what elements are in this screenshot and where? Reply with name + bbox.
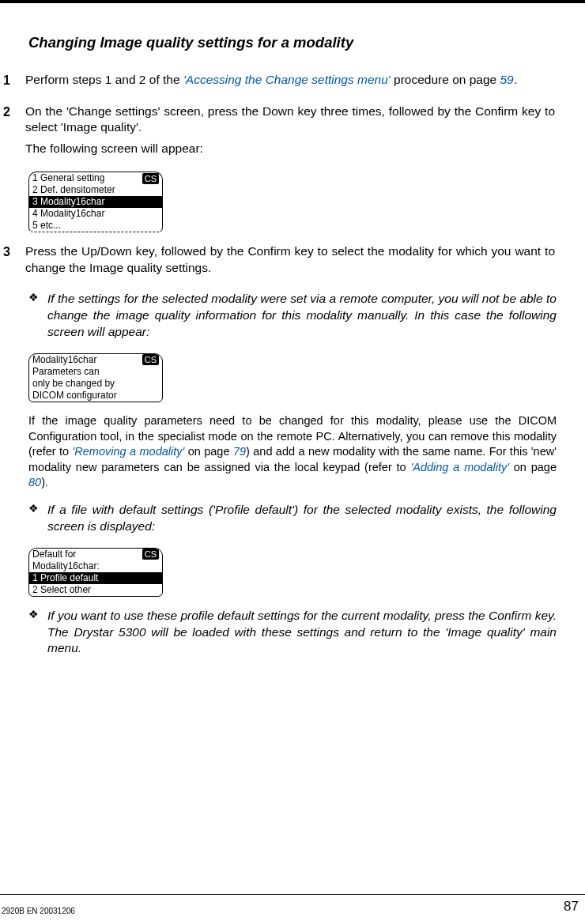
lcd-row: Parameters can [29, 366, 162, 378]
section-heading: Changing Image quality settings for a mo… [28, 33, 569, 53]
lcd-frame: CS 1 General setting 2 Def. densitometer… [28, 172, 163, 232]
text: on page [184, 445, 233, 458]
lcd-row: DICOM configurator [29, 390, 162, 402]
step-number: 3 [3, 243, 25, 277]
lcd-row-selected: 3 Modality16char [29, 196, 162, 208]
lcd-screen-1: CS 1 General setting 2 Def. densitometer… [28, 172, 163, 232]
note: ❖ If you want to use these profile defau… [28, 608, 557, 658]
note-text: If a file with default settings ('Profil… [47, 502, 557, 535]
lcd-text: 1 General setting [32, 172, 104, 183]
cs-badge: CS [142, 549, 159, 560]
note-text: If the settings for the selected modalit… [47, 291, 557, 341]
step-number: 2 [3, 104, 25, 158]
note-text: If you want to use these profile default… [47, 608, 557, 658]
step-2: 2 On the 'Change settings' screen, press… [3, 104, 557, 158]
text: The following screen will appear: [25, 141, 555, 157]
lcd-row-selected: 1 Profile default [29, 572, 162, 584]
text: Press the Up/Down key, followed by the C… [25, 243, 555, 277]
cross-ref-link[interactable]: 'Removing a modality' [73, 445, 185, 458]
lcd-frame: CS Default for Modality16char: 1 Profile… [28, 548, 163, 597]
step-number: 1 [3, 72, 25, 89]
page-footer: 2920B EN 20031206 87 [0, 894, 585, 916]
page: Changing Image quality settings for a mo… [0, 0, 585, 924]
page-ref-link[interactable]: 59 [500, 73, 513, 86]
step-1: 1 Perform steps 1 and 2 of the 'Accessin… [3, 72, 557, 89]
cs-badge: CS [142, 173, 159, 184]
lcd-row: Modality16char: [29, 560, 162, 572]
lcd-row: 4 Modality16char [29, 208, 162, 220]
step-body: On the 'Change settings' screen, press t… [25, 104, 557, 158]
page-number: 87 [564, 898, 585, 916]
step-body: Press the Up/Down key, followed by the C… [25, 243, 557, 277]
cross-ref-link[interactable]: 'Accessing the Change settings menu' [183, 73, 391, 86]
text: ). [41, 476, 48, 488]
lcd-row: 2 Select other [29, 584, 162, 596]
lcd-frame: CS Modality16char Parameters can only be… [28, 353, 163, 402]
diamond-bullet-icon: ❖ [28, 608, 47, 658]
step-3: 3 Press the Up/Down key, followed by the… [3, 243, 557, 277]
text: Perform steps 1 and 2 of the [25, 73, 183, 86]
note: ❖ If a file with default settings ('Prof… [28, 502, 557, 535]
lcd-text: Modality16char [32, 354, 96, 365]
text: procedure on page [391, 73, 500, 86]
lcd-row: 2 Def. densitometer [29, 184, 162, 196]
text: on page [509, 461, 557, 473]
text: On the 'Change settings' screen, press t… [25, 104, 555, 137]
text: . [514, 73, 517, 86]
diamond-bullet-icon: ❖ [28, 291, 47, 341]
diamond-bullet-icon: ❖ [28, 502, 47, 535]
lcd-row: CS Default for [29, 549, 162, 560]
lcd-row: CS Modality16char [29, 354, 162, 366]
cross-ref-link[interactable]: 'Adding a modality' [411, 461, 509, 473]
page-ref-link[interactable]: 79 [233, 445, 246, 458]
lcd-screen-2: CS Modality16char Parameters can only be… [28, 353, 163, 402]
note: ❖ If the settings for the selected modal… [28, 291, 557, 341]
document-id: 2920B EN 20031206 [0, 906, 75, 917]
lcd-row: 5 etc... [29, 220, 162, 232]
lcd-row: only be changed by [29, 378, 162, 390]
step-body: Perform steps 1 and 2 of the 'Accessing … [25, 72, 557, 89]
paragraph: If the image quality parameters need to … [28, 413, 557, 491]
lcd-text: Default for [32, 549, 76, 560]
page-ref-link[interactable]: 80 [28, 476, 41, 488]
lcd-row: CS 1 General setting [29, 172, 162, 184]
cs-badge: CS [142, 354, 159, 365]
lcd-screen-3: CS Default for Modality16char: 1 Profile… [28, 548, 163, 597]
